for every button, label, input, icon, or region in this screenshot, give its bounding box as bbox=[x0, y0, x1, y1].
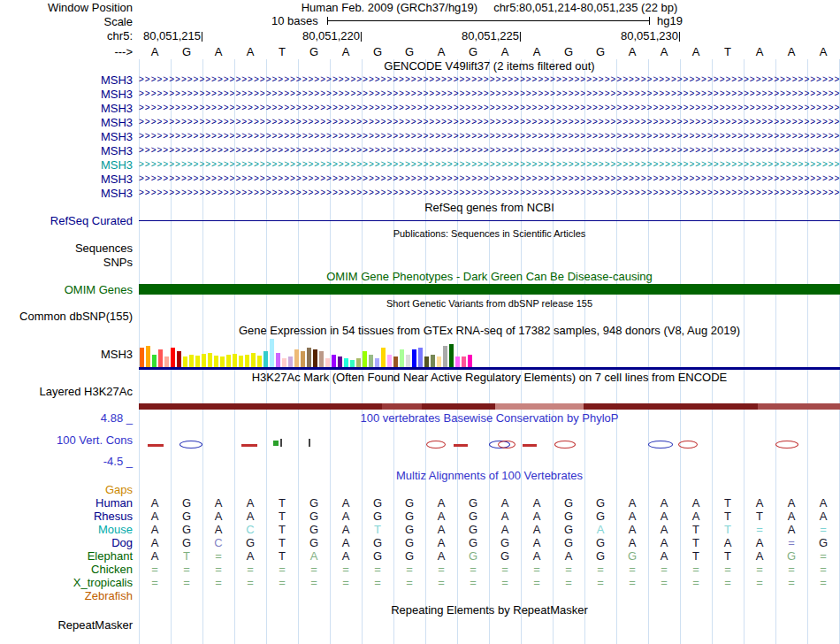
refseq-curated-label[interactable]: RefSeq Curated bbox=[0, 214, 139, 227]
gtex-bar[interactable] bbox=[443, 346, 447, 367]
gtex-bar[interactable] bbox=[282, 358, 286, 367]
alignment-row-mouse[interactable]: MouseAGACTGATGAGAAGAAATT=A= bbox=[0, 523, 840, 536]
gencode-transcript-label[interactable]: MSH3 bbox=[0, 73, 139, 87]
gtex-bar[interactable] bbox=[319, 351, 324, 367]
gtex-bar[interactable] bbox=[208, 353, 212, 367]
gtex-bar[interactable] bbox=[171, 348, 175, 367]
gtex-bar[interactable] bbox=[455, 356, 460, 367]
gencode-transcript[interactable]: >>>>>>>>>>>>>>>>>>>>>>>>>>>>>>>>>>>>>>>>… bbox=[139, 129, 840, 143]
gtex-bar[interactable] bbox=[325, 358, 330, 367]
gtex-bar[interactable] bbox=[189, 355, 194, 367]
gtex-bar[interactable] bbox=[214, 356, 218, 367]
repeatmasker-track[interactable] bbox=[139, 617, 840, 632]
gencode-transcript[interactable]: >>>>>>>>>>>>>>>>>>>>>>>>>>>>>>>>>>>>>>>>… bbox=[139, 73, 840, 87]
gtex-bar[interactable] bbox=[393, 356, 398, 367]
gtex-bar[interactable] bbox=[202, 354, 206, 367]
gencode-transcript-label[interactable]: MSH3 bbox=[0, 144, 139, 157]
gtex-bar[interactable] bbox=[220, 356, 225, 367]
gtex-bar[interactable] bbox=[375, 358, 379, 367]
gtex-bar[interactable] bbox=[462, 356, 466, 367]
omim-genes-label[interactable]: OMIM Genes bbox=[0, 283, 139, 296]
gencode-transcript[interactable]: >>>>>>>>>>>>>>>>>>>>>>>>>>>>>>>>>>>>>>>>… bbox=[139, 172, 840, 186]
gtex-bar[interactable] bbox=[338, 356, 342, 367]
species-label[interactable]: Zebrafish bbox=[0, 589, 139, 602]
gtex-bar[interactable] bbox=[307, 348, 311, 367]
gtex-bar[interactable] bbox=[152, 355, 157, 367]
h3k27ac-label[interactable]: Layered H3K27Ac bbox=[0, 384, 139, 398]
refseq-curated-track[interactable] bbox=[139, 214, 840, 226]
gtex-bar[interactable] bbox=[164, 356, 169, 367]
gtex-bar[interactable] bbox=[431, 355, 435, 367]
gencode-transcript[interactable]: >>>>>>>>>>>>>>>>>>>>>>>>>>>>>>>>>>>>>>>>… bbox=[139, 157, 840, 172]
gtex-bar[interactable] bbox=[233, 354, 237, 367]
alignment-row-zebrafish[interactable]: Zebrafish bbox=[0, 589, 840, 602]
gtex-bar[interactable] bbox=[146, 346, 150, 367]
gtex-bar[interactable] bbox=[239, 356, 243, 367]
snps-label[interactable]: SNPs bbox=[0, 256, 139, 269]
gtex-bar[interactable] bbox=[294, 349, 299, 367]
gtex-bar[interactable] bbox=[400, 349, 404, 367]
alignment-row-x_tropicalis[interactable]: X_tropicalis====================== bbox=[0, 576, 840, 589]
omim-gene-bar[interactable] bbox=[139, 284, 840, 295]
species-label[interactable]: Human bbox=[0, 496, 139, 510]
alignment-row-dog[interactable]: DogAGCGTGAGGAGGAGGAATAA=G bbox=[0, 536, 840, 549]
gencode-transcript-label[interactable]: MSH3 bbox=[0, 88, 139, 101]
snps-track[interactable] bbox=[139, 255, 840, 269]
gtex-bar[interactable] bbox=[387, 355, 392, 367]
coordinates-track[interactable]: 80,051,21580,051,22080,051,22580,051,230 bbox=[139, 28, 840, 43]
species-label[interactable]: Dog bbox=[0, 536, 139, 549]
species-label[interactable]: Mouse bbox=[0, 523, 139, 536]
species-label[interactable]: X_tropicalis bbox=[0, 576, 139, 589]
gtex-bar[interactable] bbox=[418, 348, 423, 367]
gencode-transcript[interactable]: >>>>>>>>>>>>>>>>>>>>>>>>>>>>>>>>>>>>>>>>… bbox=[139, 143, 840, 157]
gtex-bar[interactable] bbox=[251, 353, 256, 367]
gencode-transcript-label[interactable]: MSH3 bbox=[0, 158, 139, 172]
gtex-bar[interactable] bbox=[257, 356, 262, 367]
alignment-row-rhesus[interactable]: RhesusAGAATGAGGAGAAGGAAATTAA bbox=[0, 510, 840, 523]
alignment-row-gaps[interactable]: Gaps bbox=[0, 483, 840, 496]
gencode-transcript-label[interactable]: MSH3 bbox=[0, 130, 139, 143]
gtex-track[interactable] bbox=[139, 338, 840, 370]
gencode-transcript[interactable]: >>>>>>>>>>>>>>>>>>>>>>>>>>>>>>>>>>>>>>>>… bbox=[139, 101, 840, 115]
gtex-bar[interactable] bbox=[301, 351, 305, 367]
gtex-bar[interactable] bbox=[363, 351, 367, 367]
gencode-transcript-label[interactable]: MSH3 bbox=[0, 116, 139, 129]
gtex-bar[interactable] bbox=[270, 339, 274, 367]
gencode-transcript[interactable]: >>>>>>>>>>>>>>>>>>>>>>>>>>>>>>>>>>>>>>>>… bbox=[139, 115, 840, 129]
dbsnp-label[interactable]: Common dbSNP(155) bbox=[0, 310, 139, 323]
gtex-gene-label[interactable]: MSH3 bbox=[0, 348, 139, 361]
gtex-bar[interactable] bbox=[356, 358, 361, 367]
species-label[interactable]: Elephant bbox=[0, 549, 139, 563]
species-label[interactable]: Chicken bbox=[0, 563, 139, 576]
species-label[interactable]: Rhesus bbox=[0, 510, 139, 523]
h3k27ac-track[interactable] bbox=[139, 384, 840, 410]
gtex-bar[interactable] bbox=[350, 360, 355, 367]
alignment-row-chicken[interactable]: Chicken====================== bbox=[0, 563, 840, 576]
gencode-transcript[interactable]: >>>>>>>>>>>>>>>>>>>>>>>>>>>>>>>>>>>>>>>>… bbox=[139, 186, 840, 200]
gtex-bar[interactable] bbox=[449, 344, 454, 367]
gtex-bar[interactable] bbox=[381, 348, 386, 367]
gtex-bar[interactable] bbox=[412, 349, 416, 367]
gtex-bar[interactable] bbox=[140, 348, 144, 367]
alignment-row-human[interactable]: HumanAGAATGAGGAGAAGGAAATAAA bbox=[0, 496, 840, 510]
species-label[interactable]: Gaps bbox=[0, 483, 139, 496]
conservation-label[interactable]: 100 Vert. Cons bbox=[0, 433, 139, 447]
repeatmasker-label[interactable]: RepeatMasker bbox=[0, 618, 139, 632]
gtex-bar[interactable] bbox=[344, 358, 348, 367]
gtex-bar[interactable] bbox=[468, 355, 472, 367]
gtex-bar[interactable] bbox=[406, 355, 410, 367]
gtex-bar[interactable] bbox=[369, 355, 373, 367]
gencode-transcript-label[interactable]: MSH3 bbox=[0, 102, 139, 115]
gtex-bar[interactable] bbox=[226, 355, 231, 367]
gtex-bar[interactable] bbox=[288, 356, 293, 367]
sequences-track[interactable] bbox=[139, 241, 840, 255]
gtex-bar[interactable] bbox=[195, 356, 200, 367]
conservation-track[interactable] bbox=[139, 425, 840, 455]
gencode-transcript-label[interactable]: MSH3 bbox=[0, 172, 139, 186]
gtex-bar[interactable] bbox=[424, 356, 429, 367]
gtex-bar[interactable] bbox=[183, 356, 187, 367]
gtex-bar[interactable] bbox=[158, 349, 163, 367]
dbsnp-track[interactable] bbox=[139, 310, 840, 323]
gtex-bar[interactable] bbox=[177, 351, 181, 367]
gtex-bar[interactable] bbox=[245, 355, 249, 367]
